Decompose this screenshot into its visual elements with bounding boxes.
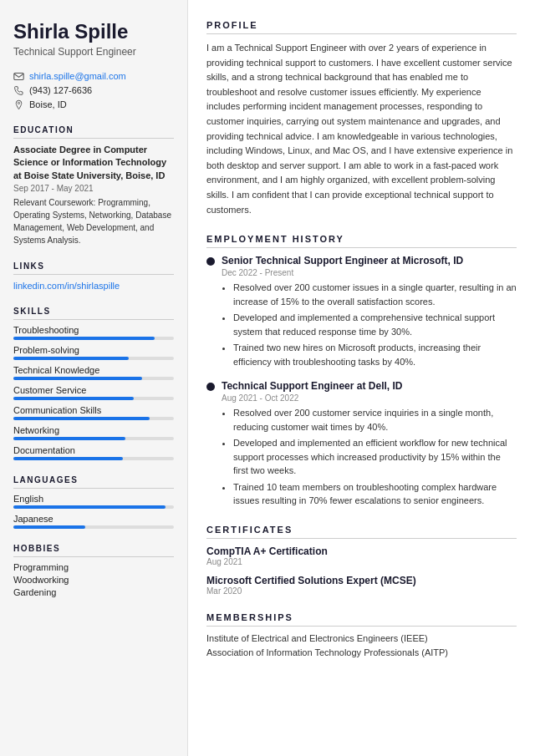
skill-item: Troubleshooting [13,325,174,340]
language-item: Japanese [13,514,174,529]
skill-bar-fill [13,437,125,440]
skill-bar-bg [13,357,174,360]
hobby-item: Programming [13,562,174,572]
skill-bar-bg [13,457,174,460]
hobby-item: Woodworking [13,575,174,585]
job-dot [206,257,215,266]
job-dates: Aug 2021 - Oct 2022 [222,393,517,403]
skill-item: Problem-solving [13,345,174,360]
languages-title: LANGUAGES [13,475,174,489]
skill-item: Documentation [13,445,174,460]
skill-bar-bg [13,377,174,380]
education-section: EDUCATION Associate Degree in Computer S… [13,125,174,246]
skill-bar-bg [13,397,174,400]
edu-degree: Associate Degree in Computer Science or … [13,144,174,182]
bullet-item: Trained 10 team members on troubleshooti… [233,480,517,508]
svg-point-1 [18,102,19,104]
hobby-item: Gardening [13,587,174,597]
bullet-item: Trained two new hires on Microsoft produ… [233,341,517,368]
bullet-item: Developed and implemented an efficient w… [233,436,517,478]
education-title: EDUCATION [13,125,174,139]
employment-section: EMPLOYMENT HISTORY Senior Technical Supp… [206,234,517,508]
skill-label: Customer Service [13,385,174,395]
edu-coursework: Relevant Coursework: Programming, Operat… [13,196,174,246]
edu-dates: Sep 2017 - May 2021 [13,184,174,193]
job-dates: Dec 2022 - Present [222,268,517,277]
candidate-job-title: Technical Support Engineer [13,46,174,58]
job-entry: Technical Support Engineer at Dell, ID A… [206,380,517,508]
linkedin-link-item: linkedin.com/in/shirlaspille [13,280,174,292]
skills-list: Troubleshooting Problem-solving Technica… [13,325,174,460]
cert-name: CompTIA A+ Certification [206,545,517,557]
contact-email: shirla.spille@gmail.com [13,71,174,82]
skill-label: Troubleshooting [13,325,174,335]
location-text: Boise, ID [29,99,67,109]
phone-icon [13,85,24,96]
skills-title: SKILLS [13,307,174,320]
skill-bar-fill [13,377,142,380]
language-bar-fill [13,505,166,509]
job-bullets: Resolved over 200 customer issues in a s… [222,281,517,368]
memberships-section: MEMBERSHIPS Institute of Electrical and … [206,612,517,657]
skill-item: Communication Skills [13,405,174,420]
cert-item: Microsoft Certified Solutions Expert (MC… [206,575,517,596]
skill-bar-bg [13,337,174,340]
skill-bar-fill [13,457,123,460]
languages-list: English Japanese [13,494,174,529]
job-entry: Senior Technical Support Engineer at Mic… [206,255,517,368]
bullet-item: Resolved over 200 customer service inqui… [233,406,517,434]
bullet-item: Resolved over 200 customer issues in a s… [233,281,517,308]
skill-bar-fill [13,337,155,340]
language-item: English [13,494,174,509]
skill-bar-fill [13,357,129,360]
skill-label: Communication Skills [13,405,174,415]
certificates-section: CERTIFICATES CompTIA A+ Certification Au… [206,525,517,596]
bullet-item: Developed and implemented a comprehensiv… [233,311,517,338]
profile-title: PROFILE [206,20,517,34]
location-icon [13,99,24,110]
linkedin-link[interactable]: linkedin.com/in/shirlaspille [13,281,120,291]
job-header: Technical Support Engineer at Dell, ID [206,380,517,392]
job-bullets: Resolved over 200 customer service inqui… [222,406,517,508]
skill-bar-bg [13,417,174,420]
profile-text: I am a Technical Support Engineer with o… [206,41,517,217]
memberships-title: MEMBERSHIPS [206,612,517,627]
skill-label: Networking [13,425,174,435]
jobs-list: Senior Technical Support Engineer at Mic… [206,255,517,508]
cert-name: Microsoft Certified Solutions Expert (MC… [206,575,517,586]
language-label: English [13,494,174,504]
certificates-title: CERTIFICATES [206,525,517,539]
languages-section: LANGUAGES English Japanese [13,475,174,529]
language-label: Japanese [13,514,174,524]
skill-item: Customer Service [13,385,174,400]
skill-bar-fill [13,397,134,400]
language-bar-bg [13,505,174,509]
skill-bar-fill [13,417,150,420]
links-title: LINKS [13,261,174,275]
hobbies-section: HOBBIES ProgrammingWoodworkingGardening [13,544,174,597]
hobbies-title: HOBBIES [13,544,174,557]
job-title-text: Senior Technical Support Engineer at Mic… [222,255,463,266]
svg-rect-0 [14,73,23,79]
main-content: PROFILE I am a Technical Support Enginee… [188,0,535,756]
skill-bar-bg [13,437,174,440]
cert-item: CompTIA A+ Certification Aug 2021 [206,545,517,566]
links-section: LINKS linkedin.com/in/shirlaspille [13,261,174,292]
membership-item: Institute of Electrical and Electronics … [206,633,517,643]
skill-label: Technical Knowledge [13,365,174,375]
skill-label: Documentation [13,445,174,455]
language-bar-fill [13,525,85,529]
cert-date: Mar 2020 [206,586,517,596]
skill-item: Technical Knowledge [13,365,174,380]
contact-phone: (943) 127-6636 [13,85,174,96]
email-link[interactable]: shirla.spille@gmail.com [29,71,126,81]
membership-item: Association of Information Technology Pr… [206,647,517,657]
email-icon [13,71,24,82]
memberships-list: Institute of Electrical and Electronics … [206,633,517,657]
skill-label: Problem-solving [13,345,174,355]
skills-section: SKILLS Troubleshooting Problem-solving T… [13,307,174,460]
employment-title: EMPLOYMENT HISTORY [206,234,517,248]
language-bar-bg [13,525,174,529]
skill-item: Networking [13,425,174,440]
contact-location: Boise, ID [13,99,174,110]
